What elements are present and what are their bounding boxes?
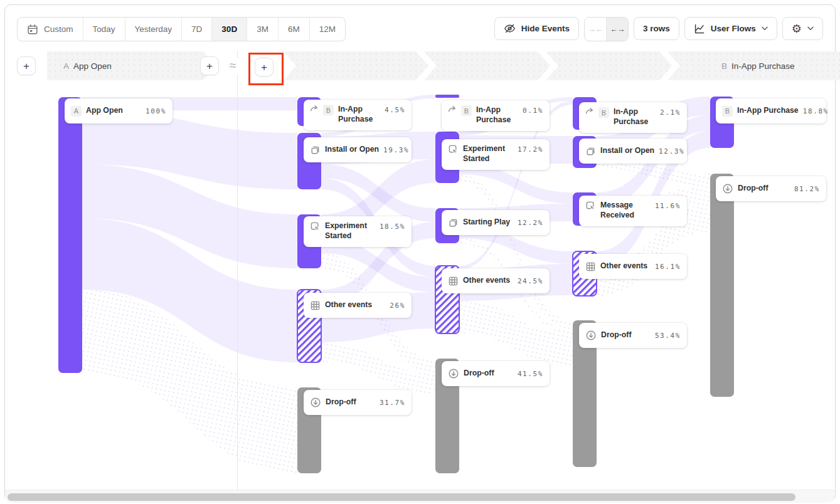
step-label: In-App Purchase [731, 61, 795, 71]
toolbar-right: Hide Events →← ←→ 3 rows User Flows ⚙ [494, 17, 823, 40]
chevron-down-icon [762, 26, 768, 31]
node-percentage: 100% [146, 107, 166, 115]
chevron-down-icon [807, 26, 814, 31]
node-label: Other events [325, 300, 372, 310]
node-label: Drop-off [464, 369, 494, 379]
collapse-columns-button[interactable]: →← [585, 18, 607, 41]
step-band-2[interactable] [284, 51, 428, 80]
node-label: In-App Purchase [614, 107, 656, 127]
node-label: In-App Purchase [737, 106, 799, 116]
step-a-band[interactable]: AApp Open [47, 51, 216, 80]
settings-button[interactable]: ⚙ [782, 17, 823, 40]
date-range-custom[interactable]: Custom [18, 18, 83, 41]
user-flows-report: CustomTodayYesterday7D30D3M6M12M Hide Ev… [0, 0, 840, 504]
rows-button[interactable]: 3 rows [634, 17, 679, 40]
other-events-icon [310, 300, 321, 311]
flow-node-drop-off[interactable]: Drop-off41.5% [442, 361, 550, 386]
custom-event-icon [448, 144, 459, 155]
flow-node-app-open[interactable]: AApp Open100% [65, 98, 173, 123]
calendar-icon [27, 24, 38, 35]
node-label: In-App Purchase [338, 105, 380, 125]
scrollbar-thumb[interactable] [8, 493, 795, 501]
flow-bar-event[interactable] [58, 97, 82, 373]
flow-node-in-app-purchase[interactable]: BIn-App Purchase2.1% [579, 102, 687, 133]
flow-node-in-app-purchase[interactable]: BIn-App Purchase18.8% [716, 98, 826, 123]
goal-arrow-icon [310, 105, 319, 112]
flow-node-message-received[interactable]: Message Received11.6% [579, 196, 687, 226]
flow-node-other-events[interactable]: Other events26% [304, 293, 412, 318]
step-label: App Open [73, 61, 112, 71]
flow-node-experiment-started[interactable]: Experiment Started17.2% [442, 139, 550, 170]
node-percentage: 4.5% [385, 106, 405, 114]
node-percentage: 19.3% [383, 146, 409, 154]
step-badge-b: B [598, 107, 609, 118]
flow-node-experiment-started[interactable]: Experiment Started18.5% [304, 216, 412, 247]
node-percentage: 53.4% [655, 332, 681, 340]
date-range-12m[interactable]: 12M [310, 18, 345, 41]
node-label: Drop-off [326, 397, 356, 407]
section-divider [237, 50, 238, 490]
node-label: Drop-off [738, 184, 768, 194]
date-range-yesterday[interactable]: Yesterday [125, 18, 183, 41]
expand-columns-button[interactable]: ←→ [607, 18, 628, 41]
drop-off-icon [310, 397, 321, 408]
node-percentage: 12.3% [659, 147, 684, 155]
step-badge-a: A [71, 106, 82, 117]
step-badge-b: B [323, 105, 334, 115]
step-band-3[interactable] [424, 51, 550, 80]
horizontal-scrollbar[interactable] [5, 490, 834, 503]
node-percentage: 24.5% [518, 277, 543, 285]
date-range-label: Yesterday [135, 24, 173, 34]
flow-node-drop-off[interactable]: Drop-off53.4% [579, 323, 687, 348]
node-label: Experiment Started [463, 144, 513, 164]
date-range-today[interactable]: Today [83, 18, 125, 41]
flow-node-other-events[interactable]: Other events24.5% [442, 268, 550, 293]
date-range-3m[interactable]: 3M [247, 18, 279, 41]
flows-chart-icon [694, 23, 705, 34]
date-range-label: Today [93, 24, 115, 34]
add-step-start-button[interactable]: + [17, 56, 36, 75]
add-step-insert-button[interactable]: + [255, 58, 274, 76]
date-range-6m[interactable]: 6M [279, 18, 310, 41]
flow-node-drop-off[interactable]: Drop-off81.2% [716, 176, 826, 201]
flow-node-install-or-open[interactable]: Install or Open19.3% [304, 137, 412, 162]
date-range-label: 7D [191, 24, 202, 34]
node-percentage: 12.2% [518, 219, 543, 227]
date-range-label: 3M [257, 24, 268, 34]
flow-node-other-events[interactable]: Other events16.1% [579, 254, 687, 279]
step-letter: A [63, 61, 69, 71]
goal-arrow-icon [448, 105, 457, 113]
hide-events-button[interactable]: Hide Events [494, 17, 579, 40]
merge-indicator: ≈ [225, 58, 240, 74]
flow-node-drop-off[interactable]: Drop-off31.7% [304, 390, 412, 415]
flow-node-in-app-purchase[interactable]: BIn-App Purchase0.1% [442, 100, 550, 131]
flow-bar-event[interactable] [435, 95, 459, 98]
merged-event-icon [585, 146, 596, 157]
date-range-30d[interactable]: 30D [212, 18, 247, 41]
flow-ribbon-dropoff[interactable] [459, 301, 573, 367]
node-label: Other events [463, 276, 510, 286]
node-label: Install or Open [325, 145, 379, 155]
node-label: In-App Purchase [476, 105, 518, 125]
step-band-4[interactable] [546, 51, 672, 80]
step-b-band[interactable]: BIn-App Purchase [667, 51, 840, 80]
hide-events-label: Hide Events [521, 24, 570, 33]
flow-bar-drop[interactable] [710, 174, 734, 397]
other-events-icon [585, 261, 596, 272]
view-selector-button[interactable]: User Flows [684, 17, 777, 40]
flow-node-in-app-purchase[interactable]: BIn-App Purchase4.5% [304, 100, 412, 130]
collapse-icon: →← [588, 25, 603, 34]
node-percentage: 31.7% [380, 399, 405, 407]
goal-arrow-icon [585, 107, 594, 115]
date-range-7d[interactable]: 7D [182, 18, 212, 41]
node-label: App Open [86, 106, 123, 116]
step-badge-b: B [722, 106, 733, 117]
other-events-icon [448, 276, 459, 286]
node-percentage: 2.1% [660, 108, 681, 117]
node-percentage: 11.6% [655, 202, 681, 210]
node-percentage: 16.1% [655, 263, 681, 271]
flow-node-install-or-open[interactable]: Install or Open12.3% [579, 139, 687, 164]
view-selector-label: User Flows [711, 24, 756, 33]
flow-node-starting-play[interactable]: Starting Play12.2% [442, 210, 550, 235]
add-step-after-a-button[interactable]: + [200, 56, 219, 75]
